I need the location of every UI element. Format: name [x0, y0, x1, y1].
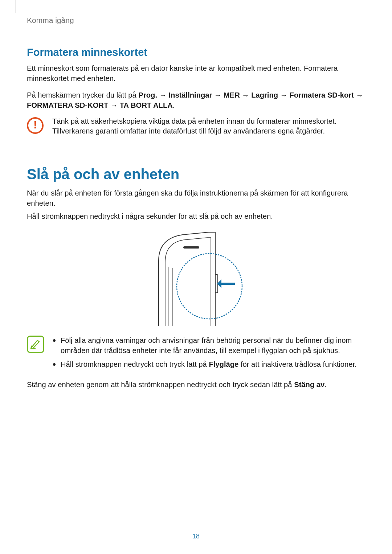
note-2-suffix: för att inaktivera trådlösa funktioner.: [238, 360, 356, 368]
note-2-prefix: Håll strömknappen nedtryckt och tryck lä…: [61, 360, 209, 368]
warning-text: Tänk på att säkerhetskopiera viktiga dat…: [52, 116, 365, 137]
power-p3-bold: Stäng av: [294, 381, 324, 389]
note-item-2: Håll strömknappen nedtryckt och tryck lä…: [53, 360, 365, 370]
section-power-title: Slå på och av enheten: [27, 166, 365, 182]
note-callout: Följ alla angivna varningar och anvisnin…: [27, 336, 365, 373]
note-2-bold: Flygläge: [209, 360, 238, 368]
format-p2-suffix: .: [173, 101, 175, 109]
section-format-title: Formatera minneskortet: [27, 46, 365, 58]
note-2-text: Håll strömknappen nedtryckt och tryck lä…: [61, 360, 357, 370]
note-icon: [27, 336, 44, 353]
device-illustration: [27, 232, 365, 326]
power-paragraph-3: Stäng av enheten genom att hålla strömkn…: [27, 380, 365, 390]
page-tab-indicator: [16, 0, 21, 13]
document-page: Komma igång Formatera minneskortet Ett m…: [0, 0, 392, 414]
page-number: 18: [192, 533, 200, 540]
format-p2-prefix: På hemskärmen trycker du lätt på: [27, 91, 138, 99]
svg-rect-2: [183, 246, 199, 249]
note-list: Följ alla angivna varningar och anvisnin…: [53, 336, 365, 373]
power-paragraph-1: När du slår på enheten för första gången…: [27, 188, 365, 209]
format-paragraph-1: Ett minneskort som formaterats på en dat…: [27, 63, 365, 84]
warning-callout: Tänk på att säkerhetskopiera viktiga dat…: [27, 117, 365, 140]
power-paragraph-2: Håll strömknappen nedtryckt i några seku…: [27, 212, 365, 222]
format-paragraph-2: På hemskärmen trycker du lätt på Prog. →…: [27, 90, 365, 111]
bullet-icon: [53, 339, 56, 342]
warning-icon: [27, 117, 44, 134]
bullet-icon: [53, 363, 56, 366]
note-1-text: Följ alla angivna varningar och anvisnin…: [61, 336, 365, 356]
power-p3-suffix: .: [324, 381, 327, 389]
svg-point-4: [177, 254, 242, 319]
power-p3-prefix: Stäng av enheten genom att hålla strömkn…: [27, 381, 294, 389]
chapter-label: Komma igång: [27, 16, 365, 25]
note-item-1: Följ alla angivna varningar och anvisnin…: [53, 336, 365, 356]
